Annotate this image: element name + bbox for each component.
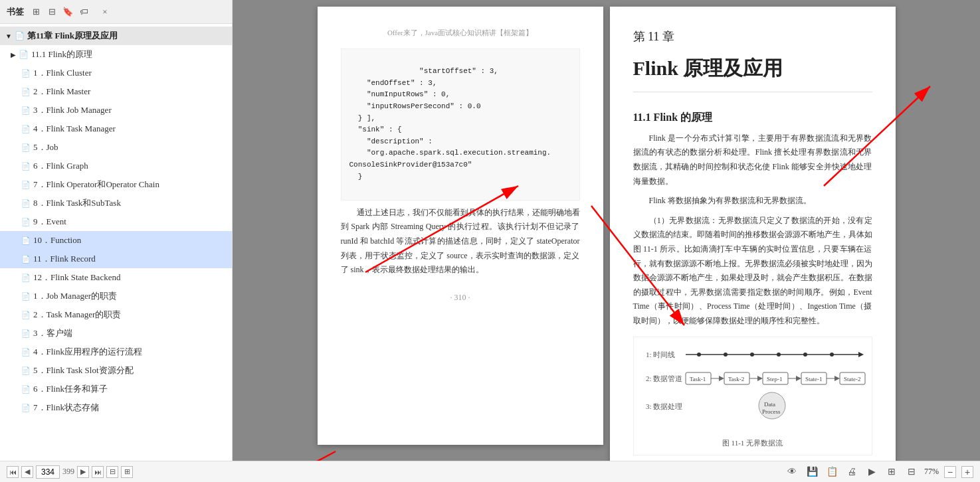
svg-marker-13 bbox=[719, 376, 724, 381]
sidebar-item-flink-graph[interactable]: 📄 6．Flink Graph bbox=[0, 157, 232, 175]
sidebar-item-flink-app-flow[interactable]: 📄 4．Flink应用程序的运行流程 bbox=[0, 343, 232, 361]
save-icon[interactable]: 💾 bbox=[805, 465, 819, 479]
sidebar-title: 书签 bbox=[7, 6, 24, 18]
sidebar-item-function[interactable]: 📄 10．Function bbox=[0, 231, 232, 250]
leaf-doc-icon: 📄 bbox=[21, 69, 31, 78]
page-total: 399 bbox=[62, 467, 74, 477]
zoom-in-button[interactable]: + bbox=[961, 466, 973, 478]
section-11-1-label: 11.1 Flink的原理 bbox=[31, 48, 92, 60]
leaf-label: 9．Event bbox=[33, 216, 66, 228]
left-page-code: "startOffset" : 3, "endOffset" : 3, "num… bbox=[341, 48, 580, 201]
svg-text:1: 时间线: 1: 时间线 bbox=[646, 351, 675, 359]
leaf-doc-icon: 📄 bbox=[21, 236, 31, 245]
diagram-11-1: 1: 时间线 2: 数据管道 bbox=[633, 337, 872, 455]
sidebar-item-event[interactable]: 📄 9．Event bbox=[0, 212, 232, 231]
doc-icon: 📄 bbox=[19, 50, 29, 60]
leaf-label: 4．Flink应用程序的运行流程 bbox=[33, 346, 142, 358]
sidebar-item-flink-state-storage[interactable]: 📄 7．Flink状态存储 bbox=[0, 398, 232, 417]
leaf-label: 7．Flink状态存储 bbox=[33, 402, 99, 414]
doc-icon: 📄 bbox=[15, 31, 25, 41]
svg-marker-21 bbox=[796, 376, 801, 381]
sidebar-item-client[interactable]: 📄 3．客户端 bbox=[0, 324, 232, 343]
zoom-out-button[interactable]: − bbox=[944, 466, 956, 478]
sidebar-item-flink-state-backend[interactable]: 📄 12．Flink State Backend bbox=[0, 268, 232, 287]
leaf-doc-icon: 📄 bbox=[21, 385, 31, 394]
last-page-button[interactable]: ⏭ bbox=[92, 466, 104, 478]
sidebar-item-flink-task-operator[interactable]: 📄 6．Flink任务和算子 bbox=[0, 380, 232, 398]
sidebar-item-flink-operator[interactable]: 📄 7．Flink Operator和Operator Chain bbox=[0, 175, 232, 194]
collapse-triangle-icon: ▼ bbox=[5, 33, 12, 40]
sidebar-item-flink-task-slot[interactable]: 📄 5．Flink Task Slot资源分配 bbox=[0, 361, 232, 380]
fullscreen-button[interactable]: ⊞ bbox=[121, 466, 133, 478]
leaf-label: 5．Job bbox=[33, 141, 58, 153]
first-page-button[interactable]: ⏮ bbox=[7, 466, 19, 478]
leaf-doc-icon: 📄 bbox=[21, 162, 31, 171]
grid2-icon[interactable]: ⊟ bbox=[904, 465, 919, 479]
bookmark-icon[interactable]: 🔖 bbox=[61, 5, 74, 19]
page-number-input[interactable] bbox=[36, 465, 60, 479]
expand-icon[interactable]: ⊞ bbox=[29, 5, 43, 19]
view-icon[interactable]: 👁 bbox=[785, 465, 799, 479]
close-icon[interactable]: × bbox=[98, 5, 112, 19]
sidebar-item-flink-record[interactable]: 📄 11．Flink Record bbox=[0, 250, 232, 268]
next-page-button[interactable]: ▶ bbox=[77, 466, 89, 478]
tag-icon[interactable]: 🏷 bbox=[77, 5, 90, 19]
sidebar-item-flink-master[interactable]: 📄 2．Flink Master bbox=[0, 82, 232, 101]
leaf-doc-icon: 📄 bbox=[21, 329, 31, 338]
svg-text:Data: Data bbox=[764, 401, 775, 408]
page-container: Offer来了，Java面试核心知识精讲【框架篇】 "startOffset" … bbox=[233, 0, 980, 461]
svg-text:Process: Process bbox=[762, 408, 781, 415]
collapse-icon[interactable]: ⊟ bbox=[45, 5, 58, 19]
sidebar-item-job[interactable]: 📄 5．Job bbox=[0, 138, 232, 157]
play-icon[interactable]: ▶ bbox=[864, 465, 879, 479]
sidebar-item-flink-task-subtask[interactable]: 📄 8．Flink Task和SubTask bbox=[0, 194, 232, 212]
svg-marker-25 bbox=[834, 376, 840, 381]
grid-icon[interactable]: ⊞ bbox=[884, 465, 899, 479]
svg-point-4 bbox=[724, 353, 728, 357]
leaf-doc-icon: 📄 bbox=[21, 255, 31, 264]
chapter-title: Flink 原理及应用 bbox=[633, 51, 872, 92]
sidebar-tree: ▼ 📄 第11章 Flink原理及应用 ▶ 📄 11.1 Flink的原理 📄 … bbox=[0, 24, 232, 461]
svg-point-3 bbox=[697, 353, 701, 357]
page-layout-button[interactable]: ⊟ bbox=[106, 466, 118, 478]
chapter-11-header[interactable]: ▼ 📄 第11章 Flink原理及应用 bbox=[0, 27, 232, 45]
svg-point-6 bbox=[777, 353, 781, 357]
sidebar-item-flink-cluster[interactable]: 📄 1．Flink Cluster bbox=[0, 64, 232, 82]
leaf-doc-icon: 📄 bbox=[21, 292, 31, 301]
content-area: Offer来了，Java面试核心知识精讲【框架篇】 "startOffset" … bbox=[233, 0, 980, 461]
copy-icon[interactable]: 📋 bbox=[825, 465, 839, 479]
unbounded-stream-diagram: 1: 时间线 2: 数据管道 bbox=[639, 343, 872, 429]
right-page: 第 11 章 Flink 原理及应用 11.1 Flink 的原理 Flink … bbox=[610, 7, 896, 461]
leaf-label: 2．Task Manager的职责 bbox=[33, 309, 121, 321]
right-page-para2: Flink 将数据抽象为有界数据流和无界数据流。 bbox=[633, 194, 872, 208]
right-page-para3: （1）无界数据流：无界数据流只定义了数据流的开始，没有定义数据流的结束。即随着时… bbox=[633, 214, 872, 329]
svg-point-8 bbox=[830, 353, 834, 357]
leaf-doc-icon: 📄 bbox=[21, 404, 31, 412]
leaf-label: 5．Flink Task Slot资源分配 bbox=[33, 364, 134, 376]
leaf-label: 1．Job Manager的职责 bbox=[33, 290, 117, 302]
leaf-label: 3．客户端 bbox=[33, 327, 72, 339]
sidebar-item-task-manager-duty[interactable]: 📄 2．Task Manager的职责 bbox=[0, 305, 232, 324]
sidebar-item-flink-job-manager[interactable]: 📄 3．Flink Job Manager bbox=[0, 101, 232, 120]
leaf-label: 7．Flink Operator和Operator Chain bbox=[33, 179, 159, 191]
left-page-footer: · 310 · bbox=[341, 291, 580, 304]
print-icon[interactable]: 🖨 bbox=[844, 465, 859, 479]
leaf-label: 1．Flink Cluster bbox=[33, 67, 92, 79]
leaf-doc-icon: 📄 bbox=[21, 218, 31, 226]
leaf-doc-icon: 📄 bbox=[21, 125, 31, 133]
leaf-doc-icon: 📄 bbox=[21, 88, 31, 96]
svg-point-5 bbox=[750, 353, 754, 357]
bottom-right-controls: 👁 💾 📋 🖨 ▶ ⊞ ⊟ 77% − + bbox=[785, 465, 973, 479]
svg-text:Step-1: Step-1 bbox=[767, 376, 783, 382]
section-11-1-header[interactable]: ▶ 📄 11.1 Flink的原理 bbox=[0, 45, 232, 64]
sidebar-item-job-manager-duty[interactable]: 📄 1．Job Manager的职责 bbox=[0, 287, 232, 305]
left-page: Offer来了，Java面试核心知识精讲【框架篇】 "startOffset" … bbox=[318, 7, 603, 445]
sidebar-item-flink-task-manager[interactable]: 📄 4．Flink Task Manager bbox=[0, 120, 232, 138]
prev-page-button[interactable]: ◀ bbox=[21, 466, 33, 478]
sidebar-toolbar: ⊞ ⊟ 🔖 🏷 × bbox=[29, 5, 112, 19]
leaf-label: 12．Flink State Backend bbox=[33, 272, 120, 283]
leaf-doc-icon: 📄 bbox=[21, 366, 31, 375]
chapter-num: 第 11 章 bbox=[633, 27, 872, 47]
leaf-label: 4．Flink Task Manager bbox=[33, 123, 116, 135]
chapter-header-label: 第11章 Flink原理及应用 bbox=[27, 30, 118, 42]
